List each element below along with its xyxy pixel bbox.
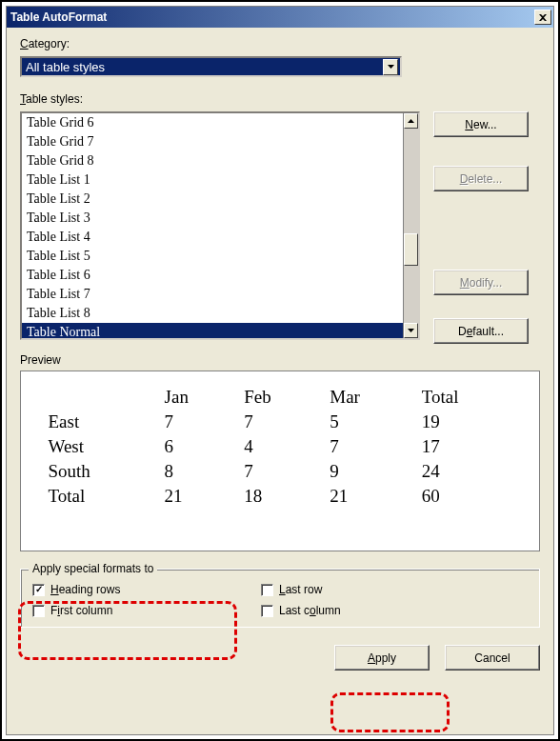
delete-button: Delete... [433,166,529,191]
table-cell: South [40,459,156,484]
table-styles-label: Table styles: [20,92,540,106]
table-header-cell: Mar [322,385,413,410]
table-cell: 17 [414,434,520,459]
group-legend: Apply special formats to [29,562,157,575]
dialog-window: Table AutoFormat Category: All table sty… [6,6,554,735]
table-cell: Total [40,484,156,509]
list-item[interactable]: Table Grid 6 [22,113,403,132]
dialog-body: Category: All table styles Table styles:… [7,28,553,734]
table-cell: 9 [322,459,413,484]
scroll-thumb[interactable] [404,233,418,266]
special-formats-group: Apply special formats to Heading rows La… [20,569,540,628]
table-cell: 4 [236,434,322,459]
checkbox-icon [261,584,273,596]
list-item[interactable]: Table List 3 [22,209,403,228]
table-cell: 7 [157,410,237,434]
table-cell: 5 [322,410,413,434]
table-row: West64717 [40,434,519,459]
table-cell: 8 [157,459,237,484]
new-button[interactable]: New... [433,111,529,137]
window-title: Table AutoFormat [10,10,534,24]
close-button[interactable] [534,10,551,25]
checkbox-icon [32,605,45,617]
checkbox-icon [261,605,273,617]
list-item[interactable]: Table List 6 [22,266,403,285]
preview-table: JanFebMarTotal East77519West64717South87… [40,385,519,509]
table-cell: 24 [414,459,520,484]
last-column-checkbox[interactable]: Last column [261,604,451,617]
list-item[interactable]: Table List 2 [22,190,403,209]
table-cell: 21 [322,484,413,509]
list-item[interactable]: Table List 5 [22,247,403,266]
apply-button[interactable]: Apply [334,645,430,671]
dropdown-arrow-icon[interactable] [383,59,398,75]
list-item[interactable]: Table Grid 7 [22,132,403,151]
default-button[interactable]: Default... [433,318,529,344]
table-styles-listbox[interactable]: Table Grid 6Table Grid 7Table Grid 8Tabl… [20,111,420,340]
table-cell: 6 [157,434,237,459]
scroll-down-button[interactable] [404,323,418,338]
scroll-track[interactable] [404,129,418,323]
scrollbar[interactable] [403,113,418,338]
preview-box: JanFebMarTotal East77519West64717South87… [20,370,540,551]
list-item[interactable]: Table List 4 [22,228,403,247]
last-row-checkbox[interactable]: Last row [261,583,451,596]
close-icon [539,14,547,21]
table-cell: 21 [157,484,237,509]
table-cell: 60 [414,484,520,509]
category-label: Category: [20,37,540,50]
table-cell: 7 [322,434,413,459]
category-selected-value: All table styles [24,60,383,74]
heading-rows-checkbox[interactable]: Heading rows [32,583,223,596]
scroll-up-button[interactable] [404,113,418,129]
list-item[interactable]: Table Normal [22,323,403,340]
bottom-button-row: Apply Cancel [20,631,540,671]
table-cell: 19 [414,410,520,434]
modify-button: Modify... [433,270,529,295]
list-item[interactable]: Table List 7 [22,285,403,304]
table-row: South87924 [40,459,519,484]
table-row: East77519 [40,410,519,434]
category-select[interactable]: All table styles [20,56,402,77]
list-item[interactable]: Table List 1 [22,170,403,190]
table-cell: 18 [236,484,322,509]
table-header-cell: Feb [236,385,322,410]
table-header-cell: Jan [157,385,237,410]
button-column: New... Delete... Modify... Default... [433,111,529,344]
list-item[interactable]: Table Grid 8 [22,151,403,170]
table-row: Total21182160 [40,484,519,509]
first-column-checkbox[interactable]: First column [32,604,223,617]
list-item[interactable]: Table List 8 [22,304,403,323]
checkbox-icon [32,584,45,596]
table-cell: 7 [236,459,322,484]
title-bar: Table AutoFormat [7,7,553,28]
table-cell: West [40,434,156,459]
cancel-button[interactable]: Cancel [445,645,540,671]
preview-label: Preview [20,353,540,367]
table-header-cell: Total [414,385,520,410]
table-header-cell [40,385,156,410]
table-cell: 7 [236,410,322,434]
table-cell: East [40,410,156,434]
